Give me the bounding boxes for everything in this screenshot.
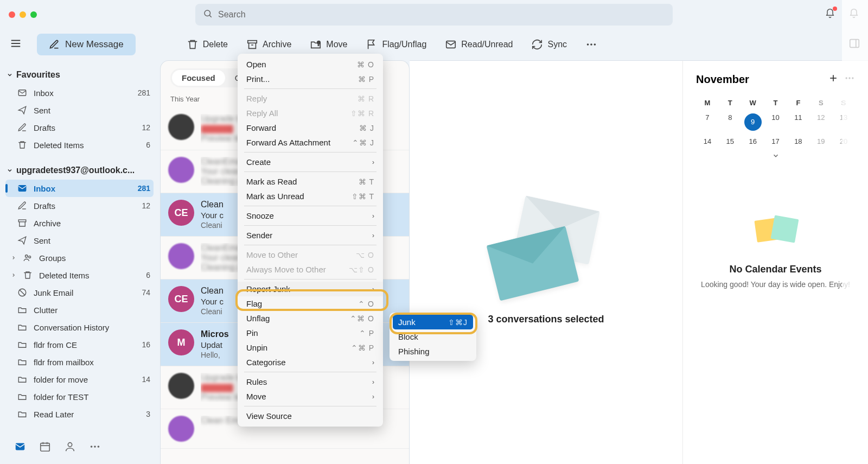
close-window[interactable]: [9, 11, 15, 18]
fldr-ce-count: 16: [142, 340, 150, 349]
sidebar-inbox-fav[interactable]: Inbox 281: [5, 84, 154, 101]
svg-rect-21: [16, 443, 25, 450]
inbox-count: 281: [138, 88, 150, 97]
sent-label2: Sent: [34, 236, 50, 245]
cm-unflag[interactable]: Unflag⌃⌘ O: [238, 311, 383, 326]
search-icon: [203, 9, 213, 21]
cm-mark-read[interactable]: Mark as Read⌘ T: [238, 174, 383, 189]
search-input[interactable]: [218, 10, 665, 20]
cm-open[interactable]: Open⌘ O: [238, 57, 383, 72]
cm-unpin[interactable]: Unpin⌃⌘ P: [238, 340, 383, 355]
sync-button[interactable]: Sync: [527, 35, 571, 54]
svg-point-28: [94, 446, 96, 448]
sidebar-sent[interactable]: Sent: [5, 232, 154, 249]
svg-point-18: [29, 256, 31, 258]
avatar-icon: M: [168, 329, 194, 355]
cm-forward-attachment[interactable]: Forward As Attachment⌃⌘ J: [238, 135, 383, 150]
cm-mark-unread[interactable]: Mark as Unread⇧⌘ T: [238, 189, 383, 204]
archive-button[interactable]: Archive: [242, 35, 296, 54]
expand-calendar-button[interactable]: [696, 149, 855, 165]
account-section[interactable]: upgradetest937@outlook.c...: [5, 161, 154, 180]
cal-day[interactable]: 10: [764, 110, 787, 134]
sidebar-inbox[interactable]: Inbox 281: [5, 180, 154, 197]
deleted-label2: Deleted Items: [39, 271, 90, 280]
cm-report-junk[interactable]: Report Junk›: [238, 282, 383, 296]
cal-day-hd: S: [809, 96, 832, 110]
cm-pin[interactable]: Pin⌃ P: [238, 326, 383, 340]
right-edge-fade: [842, 0, 868, 464]
cal-day[interactable]: 7: [696, 110, 719, 134]
cm-forward[interactable]: Forward⌘ J: [238, 120, 383, 135]
sidebar-sent-fav[interactable]: Sent: [5, 101, 154, 119]
cal-day[interactable]: 8: [719, 110, 742, 134]
cal-day[interactable]: 11: [787, 110, 809, 134]
calendar-nav-icon[interactable]: [39, 441, 51, 455]
cm-flag[interactable]: Flag⌃ O: [238, 296, 383, 311]
avatar-icon: [168, 373, 194, 399]
sidebar-fldr-mailbox[interactable]: fldr from mailbox: [5, 353, 154, 371]
sidebar-clutter[interactable]: Clutter: [5, 301, 154, 319]
svg-line-1: [209, 15, 211, 17]
sidebar-drafts[interactable]: Drafts 12: [5, 197, 154, 214]
read-unread-button[interactable]: Read/Unread: [441, 35, 517, 54]
read-label: Read/Unread: [461, 40, 513, 49]
delete-button[interactable]: Delete: [182, 35, 232, 54]
drafts-label: Drafts: [34, 123, 55, 132]
folder-move-label: folder for move: [34, 375, 88, 384]
new-message-button[interactable]: New Message: [37, 34, 136, 55]
cal-day[interactable]: 17: [764, 134, 787, 149]
sidebar-drafts-fav[interactable]: Drafts 12: [5, 119, 154, 136]
cm-block[interactable]: Block: [390, 329, 476, 344]
sidebar-groups[interactable]: Groups: [5, 249, 154, 266]
calendar-empty-state: No Calendar Events Looking good! Your da…: [696, 214, 855, 290]
cm-move[interactable]: Move›: [238, 389, 383, 404]
notifications-button[interactable]: [825, 8, 835, 21]
cm-sender[interactable]: Sender›: [238, 228, 383, 243]
sidebar-junk[interactable]: Junk Email 74: [5, 284, 154, 301]
folder-test-label: folder for TEST: [34, 392, 88, 402]
cal-day[interactable]: 15: [719, 134, 742, 149]
cal-day-today[interactable]: 9: [742, 110, 764, 134]
sidebar-read-later[interactable]: Read Later 3: [5, 405, 154, 423]
cal-day[interactable]: 16: [742, 134, 764, 149]
cal-day[interactable]: 14: [696, 134, 719, 149]
people-nav-icon[interactable]: [64, 441, 76, 455]
sidebar-folder-test[interactable]: folder for TEST: [5, 388, 154, 405]
mail-nav-icon[interactable]: [14, 441, 26, 455]
calendar-grid: M T W T F S S 7 8 9 10 11 12 13 14 15 16: [696, 96, 855, 165]
cm-view-source[interactable]: View Source: [238, 409, 383, 423]
cm-categorise[interactable]: Categorise›: [238, 355, 383, 370]
toggle-sidebar-button[interactable]: [4, 34, 27, 55]
search-bar[interactable]: [195, 4, 673, 26]
move-button[interactable]: Move: [305, 35, 352, 54]
cal-day[interactable]: 12: [809, 110, 832, 134]
cm-rules[interactable]: Rules›: [238, 374, 383, 389]
flag-button[interactable]: Flag/Unflag: [361, 35, 431, 54]
cal-day-hd: T: [719, 96, 742, 110]
cm-junk[interactable]: Junk⇧⌘J: [393, 315, 473, 329]
favourites-section[interactable]: Favourites: [5, 66, 154, 84]
sidebar-fldr-ce[interactable]: fldr from CE 16: [5, 336, 154, 353]
cm-create[interactable]: Create›: [238, 155, 383, 169]
sidebar-conv-history[interactable]: Conversation History: [5, 319, 154, 336]
sidebar-folder-move[interactable]: folder for move 14: [5, 371, 154, 388]
svg-point-0: [205, 10, 210, 16]
cm-snooze[interactable]: Snooze›: [238, 208, 383, 223]
junk-submenu: Junk⇧⌘J Block Phishing: [390, 313, 476, 361]
more-nav-icon[interactable]: [89, 441, 101, 455]
sidebar-deleted[interactable]: Deleted Items 6: [5, 266, 154, 284]
minimize-window[interactable]: [20, 11, 26, 18]
sidebar-archive[interactable]: Archive: [5, 214, 154, 232]
avatar-icon: [168, 114, 194, 140]
cm-phishing[interactable]: Phishing: [390, 344, 476, 359]
deleted-count2: 6: [146, 271, 150, 279]
add-event-button[interactable]: [828, 73, 839, 86]
folder-sidebar: Favourites Inbox 281 Sent Drafts 12 Dele…: [0, 60, 160, 464]
cal-day[interactable]: 18: [787, 134, 809, 149]
zoom-window[interactable]: [30, 11, 37, 18]
more-toolbar-button[interactable]: [581, 35, 602, 54]
focused-tab[interactable]: Focused: [172, 70, 225, 86]
cm-print[interactable]: Print...⌘ P: [238, 72, 383, 86]
sidebar-deleted-fav[interactable]: Deleted Items 6: [5, 136, 154, 154]
cal-day[interactable]: 19: [809, 134, 832, 149]
